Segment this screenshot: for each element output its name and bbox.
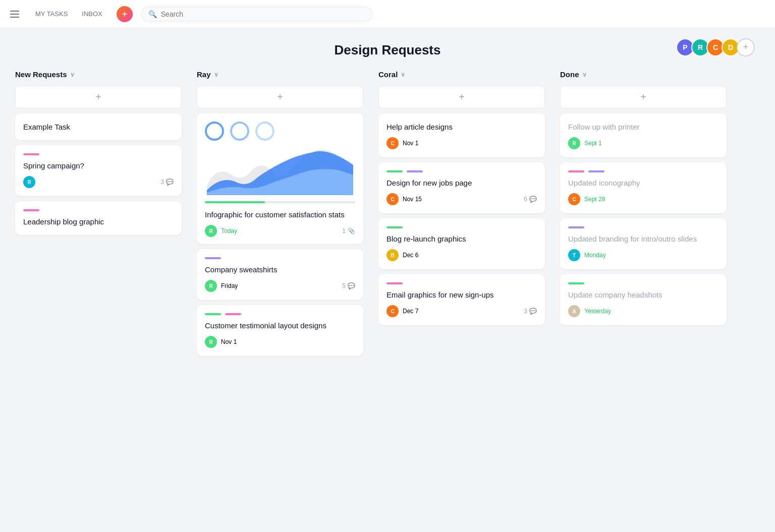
add-button[interactable]: + bbox=[117, 6, 133, 22]
card-infographic[interactable]: Infographic for customer satisfaction st… bbox=[197, 113, 363, 244]
due-date: Nov 15 bbox=[403, 196, 422, 203]
comment-number: 3 bbox=[160, 179, 164, 186]
column-title-done: Done bbox=[560, 70, 579, 79]
card-leadership-blog[interactable]: Leadership blog graphic bbox=[15, 201, 182, 235]
attachment-icon: 📎 bbox=[348, 227, 355, 234]
column-title-new-requests: New Requests bbox=[15, 70, 67, 79]
chevron-down-icon: ∨ bbox=[401, 71, 405, 78]
attachment-count: 1 📎 bbox=[342, 227, 355, 234]
hamburger-menu[interactable] bbox=[10, 11, 19, 18]
chevron-down-icon: ∨ bbox=[70, 71, 75, 78]
card-meta: R Nov 1 bbox=[205, 336, 355, 348]
card-updated-iconography[interactable]: Updated iconography C Sept 28 bbox=[560, 162, 727, 213]
card-follow-up-printer[interactable]: Follow up with printer R Sept 1 bbox=[560, 113, 727, 157]
tag-row bbox=[568, 170, 718, 172]
assignee-avatar: C bbox=[386, 137, 399, 149]
card-meta-left: C Sept 28 bbox=[568, 193, 605, 205]
card-meta: T Monday bbox=[568, 249, 718, 261]
board: New Requests ∨ + Example Task Spring cam… bbox=[0, 66, 775, 376]
column-done: Done ∨ + Follow up with printer R Sept 1… bbox=[560, 66, 727, 361]
tag-bar-purple bbox=[407, 170, 423, 172]
tag-row bbox=[205, 313, 355, 315]
assignee-avatar: C bbox=[568, 193, 580, 205]
card-blog-relaunch[interactable]: Blog re-launch graphics B Dec 6 bbox=[378, 218, 545, 269]
due-date: Friday bbox=[221, 282, 238, 289]
card-customer-testimonial[interactable]: Customer testimonial layout designs R No… bbox=[197, 305, 363, 356]
tag-bar-pink bbox=[23, 153, 39, 155]
chart-progress-bar bbox=[205, 201, 355, 203]
card-updated-branding[interactable]: Updated branding for intro/outro slides … bbox=[560, 218, 727, 269]
due-date: Dec 7 bbox=[403, 308, 418, 315]
card-meta: C Nov 15 6 💬 bbox=[386, 193, 537, 205]
add-task-button-new-requests[interactable]: + bbox=[15, 86, 182, 108]
assignee-avatar: R bbox=[205, 336, 217, 348]
card-meta: A Yesterday bbox=[568, 305, 718, 317]
chart-progress-fill bbox=[205, 201, 265, 203]
column-coral: Coral ∨ + Help article designs C Nov 1 D… bbox=[378, 66, 545, 361]
card-update-headshots[interactable]: Update company headshots A Yesterday bbox=[560, 274, 727, 325]
card-email-graphics[interactable]: Email graphics for new sign-ups C Dec 7 … bbox=[378, 274, 545, 325]
card-company-sweatshirts[interactable]: Company sweatshirts R Friday 5 💬 bbox=[197, 249, 363, 300]
page-header: Design Requests P R C D + bbox=[0, 28, 775, 66]
card-meta: R Today 1 📎 bbox=[205, 225, 355, 237]
add-task-button-coral[interactable]: + bbox=[378, 86, 545, 108]
due-date: Nov 1 bbox=[221, 338, 237, 345]
my-tasks-link[interactable]: MY TASKS bbox=[29, 7, 74, 21]
card-meta-left: R Friday bbox=[205, 280, 238, 292]
tag-bar-pink bbox=[225, 313, 241, 315]
column-header-new-requests: New Requests ∨ bbox=[15, 66, 182, 86]
tag-bar-green bbox=[205, 313, 221, 315]
card-meta-left: T Monday bbox=[568, 249, 606, 261]
card-help-article[interactable]: Help article designs C Nov 1 bbox=[378, 113, 545, 157]
card-title: Spring campaign? bbox=[23, 160, 174, 171]
assignee-avatar: A bbox=[568, 305, 580, 317]
card-title: Updated iconography bbox=[568, 178, 718, 188]
card-meta-left: R Nov 1 bbox=[205, 336, 237, 348]
tag-row bbox=[386, 170, 537, 172]
assignee-avatar: C bbox=[386, 305, 399, 317]
card-meta: R Sept 1 bbox=[568, 137, 718, 149]
card-design-jobs-page[interactable]: Design for new jobs page C Nov 15 6 💬 bbox=[378, 162, 545, 213]
comment-number: 3 bbox=[524, 308, 527, 315]
tag-bar-green bbox=[386, 226, 403, 228]
column-header-done: Done ∨ bbox=[560, 66, 727, 86]
search-input[interactable] bbox=[161, 10, 365, 18]
card-meta-left: B Dec 6 bbox=[386, 249, 418, 261]
add-member-button[interactable]: + bbox=[737, 38, 755, 56]
chart-bottom: Infographic for customer satisfaction st… bbox=[197, 209, 363, 244]
card-title: Example Task bbox=[23, 122, 174, 132]
card-meta: B Dec 6 bbox=[386, 249, 537, 261]
assignee-avatar: R bbox=[205, 280, 217, 292]
ring-icon-blue bbox=[205, 122, 224, 141]
card-meta-left: C Nov 1 bbox=[386, 137, 418, 149]
assignee-avatar: T bbox=[568, 249, 580, 261]
top-nav: MY TASKS INBOX + 🔍 bbox=[0, 0, 775, 28]
search-bar: 🔍 bbox=[141, 7, 373, 22]
card-meta-left: C Dec 7 bbox=[386, 305, 418, 317]
card-title: Help article designs bbox=[386, 122, 537, 132]
chevron-down-icon: ∨ bbox=[214, 71, 218, 78]
card-meta-left: R Sept 1 bbox=[568, 137, 602, 149]
chevron-down-icon: ∨ bbox=[582, 71, 587, 78]
add-task-button-done[interactable]: + bbox=[560, 86, 727, 108]
column-new-requests: New Requests ∨ + Example Task Spring cam… bbox=[15, 66, 182, 361]
card-title: Company sweatshirts bbox=[205, 264, 355, 275]
card-meta-left: R bbox=[23, 176, 35, 188]
comment-icon: 💬 bbox=[529, 196, 537, 203]
card-title: Update company headshots bbox=[568, 289, 718, 300]
inbox-link[interactable]: INBOX bbox=[76, 7, 108, 21]
ring-icon-blue-lighter bbox=[255, 122, 274, 141]
assignee-avatar: R bbox=[205, 225, 217, 237]
due-date: Dec 6 bbox=[403, 252, 418, 259]
due-date: Yesterday bbox=[584, 308, 611, 315]
card-meta-left: C Nov 15 bbox=[386, 193, 422, 205]
due-date: Sept 1 bbox=[584, 140, 602, 147]
due-date: Nov 1 bbox=[403, 140, 418, 147]
card-title: Blog re-launch graphics bbox=[386, 233, 537, 244]
add-task-button-ray[interactable]: + bbox=[197, 86, 363, 108]
card-example-task[interactable]: Example Task bbox=[15, 113, 182, 140]
tag-bar-pink bbox=[568, 170, 584, 172]
column-header-ray: Ray ∨ bbox=[197, 66, 363, 86]
card-spring-campaign[interactable]: Spring campaign? R 3 💬 bbox=[15, 145, 182, 196]
assignee-avatar: R bbox=[568, 137, 580, 149]
